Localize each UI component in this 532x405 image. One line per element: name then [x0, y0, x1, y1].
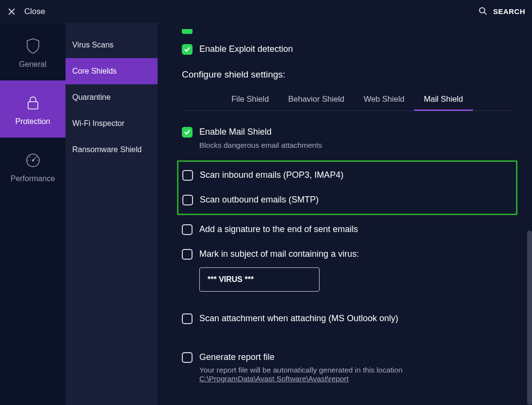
scrollbar-track: [526, 23, 532, 405]
label-generate-report: Generate report file: [199, 352, 403, 363]
checkbox-scan-inbound[interactable]: [182, 170, 193, 181]
close-button[interactable]: Close: [6, 6, 45, 17]
label-add-signature: Add a signature to the end of sent email…: [199, 224, 358, 235]
tab-file-shield[interactable]: File Shield: [222, 91, 278, 111]
label-scan-inbound: Scan inbound emails (POP3, IMAP4): [200, 170, 343, 181]
primary-nav: General Protection Performance: [0, 23, 65, 405]
checkbox-generate-report[interactable]: [182, 352, 193, 363]
nav-label-general: General: [19, 60, 47, 69]
virus-subject-input[interactable]: [199, 267, 320, 292]
svg-point-2: [479, 7, 484, 13]
svg-line-8: [29, 156, 30, 157]
tab-mail-shield[interactable]: Mail Shield: [414, 91, 473, 111]
checkbox-scan-outbound[interactable]: [182, 195, 193, 205]
topbar: Close SEARCH: [0, 0, 532, 23]
tab-behavior-shield[interactable]: Behavior Shield: [278, 91, 354, 111]
main-content: Enable Exploit detection Configure shiel…: [158, 23, 532, 405]
checkbox-mark-subject[interactable]: [182, 249, 193, 260]
checkbox-enable-exploit[interactable]: [182, 44, 193, 55]
checkbox-scan-attachment[interactable]: [182, 313, 193, 324]
lock-icon: [25, 95, 41, 111]
configure-title: Configure shield settings:: [182, 69, 513, 80]
close-label: Close: [24, 7, 45, 16]
svg-line-3: [484, 12, 486, 15]
checkbox-enable-mail-shield[interactable]: [182, 127, 193, 138]
scrollbar-thumb[interactable]: [527, 231, 532, 405]
search-icon: [479, 7, 488, 16]
label-scan-attachment: Scan attachment when attaching (MS Outlo…: [199, 313, 398, 324]
close-icon: [6, 6, 17, 17]
svg-line-9: [36, 156, 37, 157]
search-label: SEARCH: [493, 7, 525, 16]
subnav-virus-scans[interactable]: Virus Scans: [65, 32, 158, 58]
subnav-core-shields[interactable]: Core Shields: [65, 58, 158, 84]
shield-tabs: File Shield Behavior Shield Web Shield M…: [182, 91, 513, 111]
svg-point-7: [32, 160, 33, 161]
nav-protection[interactable]: Protection: [0, 80, 65, 138]
label-mark-subject: Mark in subject of mail containing a vir…: [199, 249, 359, 260]
search-button[interactable]: SEARCH: [479, 7, 525, 16]
nav-general[interactable]: General: [0, 23, 65, 80]
label-scan-outbound: Scan outbound emails (SMTP): [200, 194, 319, 205]
subnav-wifi-inspector[interactable]: Wi-Fi Inspector: [65, 110, 158, 137]
secondary-nav: Virus Scans Core Shields Quarantine Wi-F…: [65, 23, 158, 405]
checkbox-add-signature[interactable]: [182, 224, 193, 235]
label-enable-exploit: Enable Exploit detection: [199, 44, 293, 55]
nav-label-performance: Performance: [11, 174, 55, 183]
tab-web-shield[interactable]: Web Shield: [354, 91, 414, 111]
highlighted-options: Scan inbound emails (POP3, IMAP4) Scan o…: [177, 160, 517, 215]
nav-performance[interactable]: Performance: [0, 138, 65, 195]
desc-enable-mail-shield: Blocks dangerous email attachments: [199, 141, 322, 150]
subnav-ransomware-shield[interactable]: Ransomware Shield: [65, 137, 158, 163]
partial-checkbox-sliver: [182, 29, 193, 34]
label-enable-mail-shield: Enable Mail Shield: [199, 126, 322, 138]
svg-rect-4: [28, 102, 38, 109]
desc-generate-report: Your report file will be automatically g…: [199, 366, 403, 374]
subnav-quarantine[interactable]: Quarantine: [65, 84, 158, 110]
gauge-icon: [25, 152, 41, 169]
nav-label-protection: Protection: [15, 117, 50, 126]
shield-icon: [25, 38, 41, 54]
report-path-link[interactable]: C:\ProgramData\Avast Software\Avast\repo…: [199, 374, 403, 383]
